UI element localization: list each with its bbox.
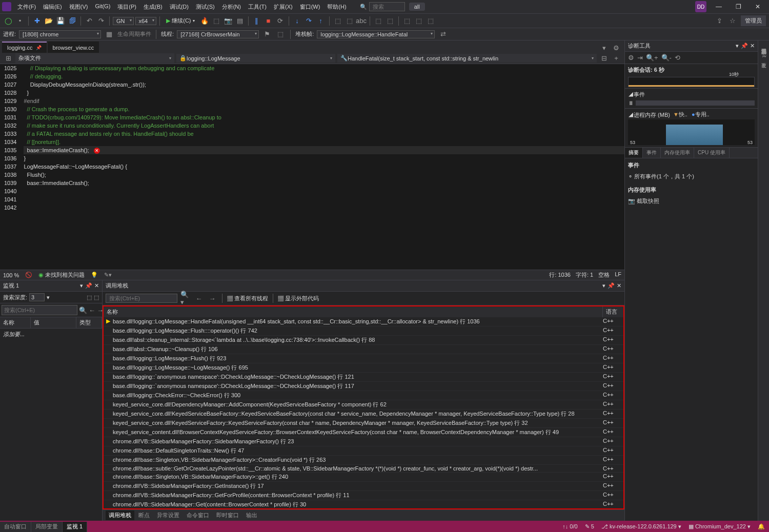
reset-icon[interactable]: ⟲	[675, 54, 680, 62]
col-lang[interactable]: 语言	[603, 306, 623, 317]
callstack-search-input[interactable]	[106, 294, 177, 303]
split-icon[interactable]: ⊟	[599, 53, 609, 64]
tool-g[interactable]: ⬚	[414, 16, 424, 26]
panel-tab[interactable]: 输出	[243, 510, 260, 520]
watch-col[interactable]: 值	[31, 317, 76, 328]
menu-item[interactable]: 视图(V)	[66, 2, 91, 12]
restart-icon[interactable]: ⟳	[275, 16, 286, 26]
watch-search-input[interactable]	[2, 305, 77, 315]
step-into-icon[interactable]: ↓	[292, 16, 302, 26]
tool-icon-2[interactable]: ⬚	[94, 294, 99, 301]
avatar[interactable]: DD	[695, 1, 706, 12]
mem-label[interactable]: ◢进程内存 (MB)	[628, 111, 670, 119]
menu-item[interactable]: 项目(P)	[114, 2, 139, 12]
memory-chart[interactable]: 5353	[628, 119, 755, 145]
callstack-row[interactable]: base.dll!absl::cleanup_internal::Storage…	[104, 336, 623, 345]
callstack-row[interactable]: keyed_service_core.dll!KeyedServiceFacto…	[104, 419, 623, 428]
menu-item[interactable]: Git(G)	[92, 2, 113, 12]
pin-icon-2[interactable]: 📌	[741, 43, 748, 49]
zoom-level[interactable]: 100 %	[3, 272, 19, 278]
tab-dropdown-icon[interactable]: ▾	[599, 43, 609, 53]
pin-icon[interactable]: ▾	[602, 282, 605, 289]
tool-icon[interactable]: ⬚	[87, 294, 92, 301]
export-icon[interactable]: ⇥	[637, 54, 643, 62]
callstack-row[interactable]: chrome.dll!base::subtle::GetOrCreateLazy…	[104, 465, 623, 473]
events-item[interactable]: ⚬ 所有事件(1 个，共 1 个)	[628, 171, 755, 182]
diag-tab[interactable]: CPU 使用率	[694, 148, 730, 158]
show-external-button[interactable]: ▦ 显示外部代码	[278, 295, 319, 302]
editor-tab[interactable]: logging.cc📌	[2, 42, 47, 53]
panel-tab[interactable]: 断点	[135, 510, 153, 520]
tool-h[interactable]: ⬚	[426, 16, 436, 26]
close-icon[interactable]: ✕	[750, 43, 755, 49]
step-over-icon[interactable]: ↷	[304, 16, 314, 26]
search-icon[interactable]: 🔍	[79, 305, 87, 315]
warn-count[interactable]: ✎ 5	[585, 523, 594, 530]
panel-tab[interactable]: 异常设置	[154, 510, 183, 520]
col-name[interactable]: 名称	[104, 306, 603, 317]
panel-tab[interactable]: 命令窗口	[184, 510, 212, 520]
thread-combo[interactable]: [27168] CrBrowserMain	[177, 30, 259, 38]
diag-tab[interactable]: 事件	[643, 148, 661, 158]
panel-tab[interactable]: 调用堆栈	[106, 510, 134, 520]
tool-f[interactable]: ⬚	[402, 16, 412, 26]
zoom-in-icon[interactable]: 🔍+	[646, 54, 658, 62]
plus-icon[interactable]: +	[611, 53, 621, 64]
depth-input[interactable]	[29, 293, 45, 301]
callstack-row[interactable]: base.dll!logging::LogMessage::Flush() 行 …	[104, 354, 623, 363]
menu-item[interactable]: 分析(N)	[219, 2, 244, 12]
callstack-row[interactable]: base.dll!logging::LogMessage::Flush::::o…	[104, 326, 623, 336]
pen-icon[interactable]: ✎▾	[104, 272, 112, 278]
watch-add-placeholder[interactable]: 添加要...	[3, 331, 25, 337]
next-icon[interactable]: →	[207, 293, 217, 303]
menu-item[interactable]: 帮助(H)	[324, 2, 349, 12]
callstack-row[interactable]: keyed_service_content.dll!BrowserContext…	[104, 428, 623, 437]
search-icon[interactable]: 🔍▾	[180, 293, 191, 303]
view-threads-button[interactable]: ▦ 查看所有线程	[227, 295, 268, 302]
error-count[interactable]: ↑↓ 0/0	[562, 523, 577, 529]
menu-item[interactable]: 生成(B)	[140, 2, 166, 12]
save-all-icon[interactable]: 🗐	[67, 16, 77, 26]
callstack-row[interactable]: keyed_service_core.dll!DependencyManager…	[104, 400, 623, 410]
tool-e[interactable]: ⬚	[385, 16, 395, 26]
code-editor[interactable]: 1025102610271028102910301031103210331034…	[0, 64, 624, 270]
nav-fwd-icon[interactable]: •	[15, 16, 25, 26]
menu-item[interactable]: 扩展(X)	[271, 2, 296, 12]
tool-d[interactable]: ⬚	[373, 16, 383, 26]
config-combo[interactable]: GN	[113, 17, 134, 25]
menu-item[interactable]: 编辑(E)	[40, 2, 65, 12]
tool-icon-2[interactable]: 📷	[223, 16, 233, 26]
watch-col[interactable]: 名称	[0, 317, 31, 328]
callstack-row[interactable]: base.dll!logging::`anonymous namespace':…	[104, 382, 623, 391]
close-icon[interactable]: ✕	[617, 282, 621, 289]
callstack-row[interactable]: base.dll!logging::LogMessage::~LogMessag…	[104, 363, 623, 373]
save-icon[interactable]: 💾	[55, 16, 66, 26]
nav-icon[interactable]: ⊞	[3, 53, 13, 64]
pin-icon-2[interactable]: 📌	[85, 282, 92, 289]
search-input[interactable]	[369, 2, 405, 11]
panel-tab[interactable]: 局部变量	[31, 522, 63, 532]
tool-icon[interactable]: ⬚	[211, 16, 221, 26]
lf-indicator[interactable]: LF	[615, 271, 621, 279]
spaces-indicator[interactable]: 空格	[598, 271, 610, 279]
scope-dropdown[interactable]: 杂项文件	[15, 53, 174, 63]
diag-tab[interactable]: 内存使用率	[661, 148, 694, 158]
pause-icon[interactable]: ‖	[252, 16, 262, 26]
editor-tab[interactable]: browser_view.cc	[48, 42, 99, 53]
prev-icon[interactable]: ←	[89, 305, 95, 315]
callstack-row[interactable]: base.dll!absl::Cleanup::~Cleanup() 行 106…	[104, 345, 623, 354]
stackframe-combo[interactable]: logging::LogMessage::HandleFatal	[317, 30, 435, 38]
menu-item[interactable]: 测试(S)	[193, 2, 218, 12]
class-dropdown[interactable]: 🔒 logging::LogMessage	[176, 54, 335, 63]
lifecycle-icon[interactable]: ▦	[104, 29, 114, 39]
pin-icon-2[interactable]: 📌	[608, 282, 615, 289]
callstack-row[interactable]: chrome.dll!base::Singleton,VB::SidebarMa…	[104, 473, 623, 482]
menu-item[interactable]: 文件(F)	[14, 2, 39, 12]
redo-icon[interactable]: ↷	[96, 16, 106, 26]
menu-item[interactable]: 窗口(W)	[297, 2, 323, 12]
project-indicator[interactable]: ▦ Chromium_dev_122 ▾	[689, 523, 751, 530]
watch-col[interactable]: 类型	[76, 317, 102, 328]
thread-icon[interactable]: ⬚	[275, 29, 286, 39]
process-combo[interactable]: [1808] chrome	[19, 30, 101, 38]
branch-indicator[interactable]: ⎇ kv-release-122.0.6261.129 ▾	[601, 523, 681, 530]
